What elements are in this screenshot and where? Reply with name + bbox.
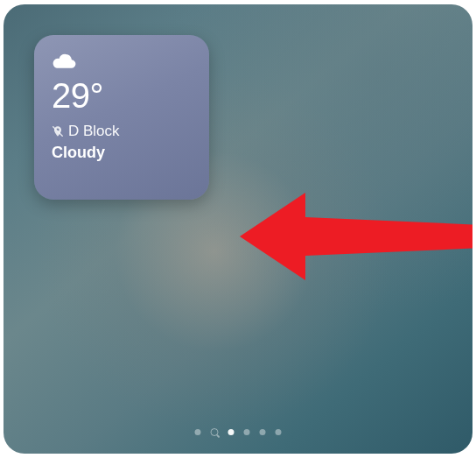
home-screen[interactable]: 29° D Block Cloudy bbox=[4, 4, 472, 454]
location-label: D Block bbox=[68, 123, 120, 140]
weather-widget[interactable]: 29° D Block Cloudy bbox=[34, 35, 209, 200]
location-off-icon bbox=[52, 125, 64, 137]
search-page-dot[interactable] bbox=[211, 428, 219, 436]
page-dot[interactable] bbox=[244, 429, 250, 435]
page-indicator[interactable] bbox=[195, 428, 282, 436]
page-dot[interactable] bbox=[260, 429, 266, 435]
svg-marker-1 bbox=[240, 193, 472, 280]
arrow-annotation-icon bbox=[240, 184, 472, 289]
temperature-value: 29° bbox=[52, 77, 192, 114]
page-dot-active[interactable] bbox=[228, 429, 234, 435]
page-dot[interactable] bbox=[195, 429, 201, 435]
weather-condition: Cloudy bbox=[52, 144, 192, 162]
location-row: D Block bbox=[52, 123, 192, 140]
cloud-icon bbox=[52, 51, 78, 70]
page-dot[interactable] bbox=[276, 429, 282, 435]
